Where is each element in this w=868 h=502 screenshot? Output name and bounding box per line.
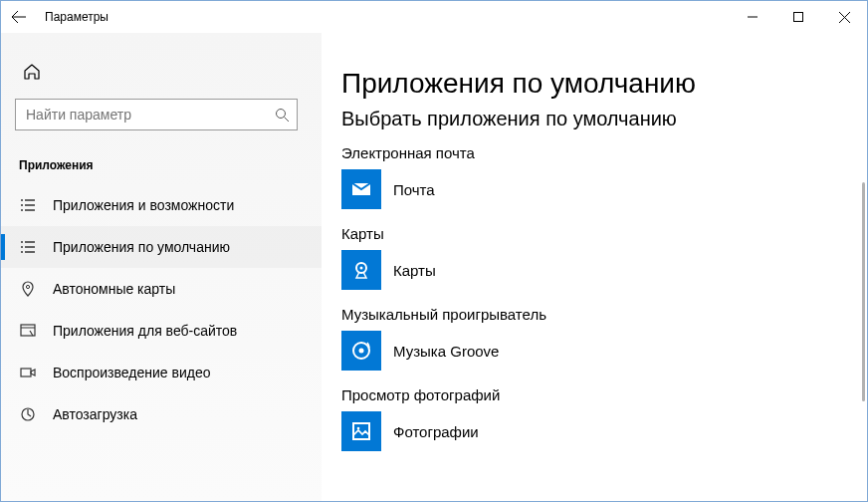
list-icon <box>19 196 37 214</box>
nav-label: Приложения для веб-сайтов <box>53 323 237 339</box>
close-icon <box>839 12 850 23</box>
titlebar: Параметры <box>1 1 867 33</box>
back-button[interactable] <box>7 5 31 29</box>
client-area: Приложения Приложения и возможности Прил… <box>1 33 867 501</box>
back-arrow-icon <box>11 9 27 25</box>
nav-list: Приложения и возможности Приложения по у… <box>1 184 322 435</box>
video-icon <box>19 364 37 381</box>
settings-window: Параметры Приложения <box>0 0 868 502</box>
svg-rect-11 <box>353 423 369 439</box>
photos-icon <box>341 411 381 451</box>
defaults-icon <box>19 238 37 256</box>
nav-item-offline-maps[interactable]: Автономные карты <box>1 268 322 310</box>
groove-icon <box>341 331 381 371</box>
sidebar: Приложения Приложения и возможности Прил… <box>1 33 322 501</box>
window-controls <box>730 1 867 33</box>
app-name-label: Почта <box>393 181 435 198</box>
svg-point-12 <box>357 427 360 430</box>
default-app-music[interactable]: Музыка Groove <box>341 329 847 373</box>
nav-item-default-apps[interactable]: Приложения по умолчанию <box>1 226 322 268</box>
section-label-music: Музыкальный проигрыватель <box>341 306 847 323</box>
svg-point-8 <box>360 267 363 270</box>
page-subtitle: Выбрать приложения по умолчанию <box>341 108 847 130</box>
search-icon <box>267 108 297 123</box>
svg-rect-0 <box>794 13 803 22</box>
app-name-label: Музыка Groove <box>393 343 499 360</box>
app-name-label: Фотографии <box>393 423 479 440</box>
section-label-maps: Карты <box>341 225 847 242</box>
default-app-photos[interactable]: Фотографии <box>341 409 847 453</box>
section-label-email: Электронная почта <box>341 144 847 161</box>
nav-item-video[interactable]: Воспроизведение видео <box>1 352 322 393</box>
nav-label: Приложения по умолчанию <box>53 239 230 255</box>
maximize-button[interactable] <box>775 1 821 33</box>
mail-icon <box>341 169 381 209</box>
svg-point-10 <box>359 349 364 354</box>
titlebar-left: Параметры <box>7 5 108 29</box>
default-app-email[interactable]: Почта <box>341 167 847 211</box>
scrollbar-thumb[interactable] <box>862 182 865 401</box>
page-title: Приложения по умолчанию <box>341 68 847 100</box>
nav-label: Автозагрузка <box>53 406 137 422</box>
home-icon <box>23 63 41 81</box>
minimize-icon <box>748 12 758 22</box>
nav-item-websites[interactable]: Приложения для веб-сайтов <box>1 310 322 352</box>
maps-app-icon <box>341 250 381 290</box>
search-input[interactable] <box>16 100 267 129</box>
app-name-label: Карты <box>393 262 436 279</box>
home-button[interactable] <box>19 59 45 85</box>
section-label-photos: Просмотр фотографий <box>341 386 847 403</box>
close-button[interactable] <box>821 1 867 33</box>
nav-item-startup[interactable]: Автозагрузка <box>1 393 322 435</box>
svg-point-1 <box>276 109 285 118</box>
svg-rect-3 <box>21 325 35 336</box>
svg-point-2 <box>26 285 29 288</box>
nav-label: Воспроизведение видео <box>53 365 210 380</box>
search-box[interactable] <box>15 99 298 130</box>
website-icon <box>19 322 37 340</box>
startup-icon <box>19 405 37 423</box>
window-title: Параметры <box>45 10 108 24</box>
svg-rect-4 <box>21 369 31 376</box>
default-app-maps[interactable]: Карты <box>341 248 847 292</box>
maximize-icon <box>793 12 803 22</box>
minimize-button[interactable] <box>730 1 775 33</box>
nav-label: Приложения и возможности <box>53 197 234 213</box>
main-content: Приложения по умолчанию Выбрать приложен… <box>322 33 867 501</box>
category-header: Приложения <box>15 158 322 172</box>
map-icon <box>19 280 37 298</box>
nav-item-apps-features[interactable]: Приложения и возможности <box>1 184 322 226</box>
nav-label: Автономные карты <box>53 281 175 297</box>
